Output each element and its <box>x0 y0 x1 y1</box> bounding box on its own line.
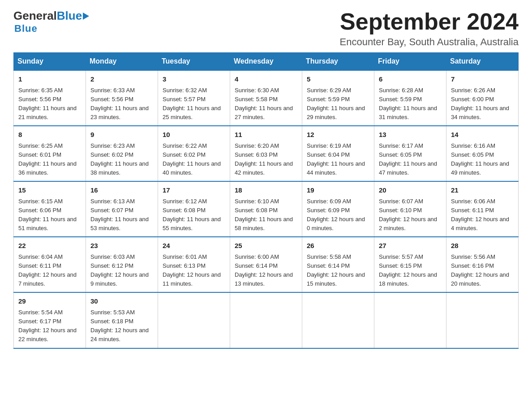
table-row: 17Sunrise: 6:12 AMSunset: 6:08 PMDayligh… <box>158 181 230 237</box>
day-number: 4 <box>235 74 297 85</box>
day-number: 5 <box>307 74 369 85</box>
day-info: Sunrise: 6:15 AMSunset: 6:06 PMDaylight:… <box>18 198 77 231</box>
day-number: 1 <box>18 74 81 85</box>
logo-general: General <box>13 9 57 23</box>
title-area: September 2024 Encounter Bay, South Aust… <box>340 9 519 48</box>
day-info: Sunrise: 5:58 AMSunset: 6:14 PMDaylight:… <box>307 253 365 287</box>
day-number: 6 <box>379 74 442 85</box>
table-row: 28Sunrise: 5:56 AMSunset: 6:16 PMDayligh… <box>446 237 519 292</box>
day-info: Sunrise: 6:17 AMSunset: 6:05 PMDaylight:… <box>379 142 437 176</box>
table-row: 12Sunrise: 6:19 AMSunset: 6:04 PMDayligh… <box>302 126 374 181</box>
logo: General Blue Blue <box>13 9 89 34</box>
day-number: 28 <box>451 241 514 251</box>
day-info: Sunrise: 6:01 AMSunset: 6:13 PMDaylight:… <box>163 253 221 287</box>
calendar-week-row: 8Sunrise: 6:25 AMSunset: 6:01 PMDaylight… <box>14 126 519 181</box>
day-number: 21 <box>451 185 514 196</box>
table-row: 1Sunrise: 6:35 AMSunset: 5:56 PMDaylight… <box>14 70 86 126</box>
day-number: 23 <box>90 241 153 251</box>
table-row: 20Sunrise: 6:07 AMSunset: 6:10 PMDayligh… <box>374 181 446 237</box>
day-info: Sunrise: 5:56 AMSunset: 6:16 PMDaylight:… <box>451 253 509 287</box>
col-wednesday: Wednesday <box>230 53 302 71</box>
day-info: Sunrise: 6:35 AMSunset: 5:56 PMDaylight:… <box>18 87 77 120</box>
table-row: 6Sunrise: 6:28 AMSunset: 5:59 PMDaylight… <box>374 70 446 126</box>
day-number: 27 <box>379 241 442 251</box>
day-info: Sunrise: 6:06 AMSunset: 6:11 PMDaylight:… <box>451 198 509 231</box>
table-row: 26Sunrise: 5:58 AMSunset: 6:14 PMDayligh… <box>302 237 374 292</box>
day-info: Sunrise: 6:00 AMSunset: 6:14 PMDaylight:… <box>235 253 293 287</box>
table-row: 10Sunrise: 6:22 AMSunset: 6:02 PMDayligh… <box>158 126 230 181</box>
day-number: 7 <box>451 74 514 85</box>
day-info: Sunrise: 6:13 AMSunset: 6:07 PMDaylight:… <box>90 198 149 231</box>
table-row <box>446 292 519 348</box>
calendar-week-row: 22Sunrise: 6:04 AMSunset: 6:11 PMDayligh… <box>14 237 519 292</box>
day-info: Sunrise: 6:16 AMSunset: 6:05 PMDaylight:… <box>451 142 509 176</box>
table-row <box>374 292 446 348</box>
day-info: Sunrise: 6:12 AMSunset: 6:08 PMDaylight:… <box>163 198 221 231</box>
col-sunday: Sunday <box>14 53 86 71</box>
day-number: 29 <box>18 296 81 307</box>
day-number: 16 <box>90 185 153 196</box>
table-row: 14Sunrise: 6:16 AMSunset: 6:05 PMDayligh… <box>446 126 519 181</box>
day-number: 26 <box>307 241 369 251</box>
calendar-week-row: 15Sunrise: 6:15 AMSunset: 6:06 PMDayligh… <box>14 181 519 237</box>
table-row: 29Sunrise: 5:54 AMSunset: 6:17 PMDayligh… <box>14 292 86 348</box>
table-row <box>230 292 302 348</box>
table-row: 3Sunrise: 6:32 AMSunset: 5:57 PMDaylight… <box>158 70 230 126</box>
col-thursday: Thursday <box>302 53 374 71</box>
day-number: 12 <box>307 130 369 140</box>
day-number: 24 <box>163 241 225 251</box>
day-info: Sunrise: 6:10 AMSunset: 6:08 PMDaylight:… <box>235 198 293 231</box>
table-row: 15Sunrise: 6:15 AMSunset: 6:06 PMDayligh… <box>14 181 86 237</box>
location: Encounter Bay, South Australia, Australi… <box>340 36 519 48</box>
table-row: 2Sunrise: 6:33 AMSunset: 5:56 PMDaylight… <box>86 70 158 126</box>
col-friday: Friday <box>374 53 446 71</box>
day-info: Sunrise: 6:26 AMSunset: 6:00 PMDaylight:… <box>451 87 509 120</box>
table-row: 11Sunrise: 6:20 AMSunset: 6:03 PMDayligh… <box>230 126 302 181</box>
day-number: 18 <box>235 185 297 196</box>
table-row: 18Sunrise: 6:10 AMSunset: 6:08 PMDayligh… <box>230 181 302 237</box>
day-info: Sunrise: 6:32 AMSunset: 5:57 PMDaylight:… <box>163 87 221 120</box>
logo-tagline: Blue <box>14 23 38 34</box>
day-info: Sunrise: 6:22 AMSunset: 6:02 PMDaylight:… <box>163 142 221 176</box>
table-row: 5Sunrise: 6:29 AMSunset: 5:59 PMDaylight… <box>302 70 374 126</box>
table-row: 25Sunrise: 6:00 AMSunset: 6:14 PMDayligh… <box>230 237 302 292</box>
day-info: Sunrise: 6:19 AMSunset: 6:04 PMDaylight:… <box>307 142 365 176</box>
page-header: General Blue Blue September 2024 Encount… <box>13 9 519 48</box>
day-info: Sunrise: 6:23 AMSunset: 6:02 PMDaylight:… <box>90 142 149 176</box>
day-number: 17 <box>163 185 225 196</box>
calendar-header-row: Sunday Monday Tuesday Wednesday Thursday… <box>14 53 519 71</box>
col-saturday: Saturday <box>446 53 519 71</box>
calendar-week-row: 1Sunrise: 6:35 AMSunset: 5:56 PMDaylight… <box>14 70 519 126</box>
calendar-table: Sunday Monday Tuesday Wednesday Thursday… <box>13 52 519 348</box>
day-number: 25 <box>235 241 297 251</box>
logo-blue-text: Blue <box>57 9 82 23</box>
table-row: 8Sunrise: 6:25 AMSunset: 6:01 PMDaylight… <box>14 126 86 181</box>
day-number: 3 <box>163 74 225 85</box>
day-number: 19 <box>307 185 369 196</box>
table-row: 4Sunrise: 6:30 AMSunset: 5:58 PMDaylight… <box>230 70 302 126</box>
table-row: 30Sunrise: 5:53 AMSunset: 6:18 PMDayligh… <box>86 292 158 348</box>
calendar-week-row: 29Sunrise: 5:54 AMSunset: 6:17 PMDayligh… <box>14 292 519 348</box>
day-info: Sunrise: 6:30 AMSunset: 5:58 PMDaylight:… <box>235 87 293 120</box>
month-title: September 2024 <box>340 9 519 34</box>
day-number: 11 <box>235 130 297 140</box>
day-number: 30 <box>90 296 153 307</box>
day-info: Sunrise: 6:33 AMSunset: 5:56 PMDaylight:… <box>90 87 149 120</box>
day-info: Sunrise: 5:54 AMSunset: 6:17 PMDaylight:… <box>18 309 77 342</box>
day-info: Sunrise: 6:29 AMSunset: 5:59 PMDaylight:… <box>307 87 365 120</box>
logo-arrow-icon <box>83 13 89 20</box>
day-info: Sunrise: 5:53 AMSunset: 6:18 PMDaylight:… <box>90 309 149 342</box>
day-info: Sunrise: 6:25 AMSunset: 6:01 PMDaylight:… <box>18 142 77 176</box>
day-number: 13 <box>379 130 442 140</box>
day-number: 14 <box>451 130 514 140</box>
logo-blue: Blue <box>57 9 89 23</box>
table-row: 22Sunrise: 6:04 AMSunset: 6:11 PMDayligh… <box>14 237 86 292</box>
table-row <box>158 292 230 348</box>
col-tuesday: Tuesday <box>158 53 230 71</box>
day-info: Sunrise: 6:28 AMSunset: 5:59 PMDaylight:… <box>379 87 437 120</box>
table-row: 24Sunrise: 6:01 AMSunset: 6:13 PMDayligh… <box>158 237 230 292</box>
day-number: 22 <box>18 241 81 251</box>
day-info: Sunrise: 5:57 AMSunset: 6:15 PMDaylight:… <box>379 253 437 287</box>
day-info: Sunrise: 6:09 AMSunset: 6:09 PMDaylight:… <box>307 198 365 231</box>
table-row: 13Sunrise: 6:17 AMSunset: 6:05 PMDayligh… <box>374 126 446 181</box>
